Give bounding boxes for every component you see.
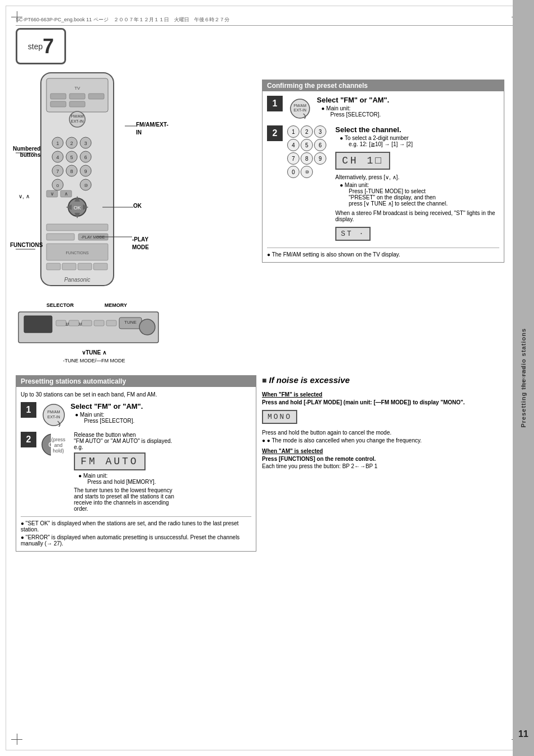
presetting-step1: 1 FM/AM EXT-IN Select "FM" or "AM". Main…	[21, 402, 251, 427]
step1-bullet1: Main unit:	[75, 412, 251, 418]
svg-rect-65	[94, 320, 104, 326]
numpad-3: 3	[314, 125, 326, 138]
svg-text:FM/AM: FM/AM	[47, 410, 60, 414]
svg-text:EXT-IN: EXT-IN	[47, 415, 60, 419]
svg-text:OK: OK	[73, 205, 81, 211]
svg-text:-PLAY MODE: -PLAY MODE	[81, 235, 105, 239]
step-number: 7	[43, 35, 54, 58]
conf-alt: Alternatively, press [∨, ∧].	[335, 174, 499, 180]
noise-title: If noise is excessive	[269, 375, 349, 385]
numpad-9: 9	[314, 152, 326, 165]
noise-mono-lcd: MONO	[262, 408, 504, 426]
presetting-divider	[21, 516, 251, 517]
svg-rect-64	[82, 320, 92, 326]
conf-divider	[267, 248, 499, 248]
conf-st-display: ST ·	[335, 227, 371, 241]
numbered-label-line1: Numbered	[13, 146, 40, 152]
page-code: RQTX0094	[521, 367, 526, 389]
conf-step1-title: Select "FM" or "AM".	[317, 96, 499, 104]
conf-step2-b2: Main unit:	[340, 182, 499, 188]
note1-text: "SET OK" is displayed when the stations …	[21, 520, 238, 533]
unit-svg: Panasonic TUNE	[16, 309, 161, 346]
svg-rect-6	[50, 101, 66, 107]
confirming-step2: 2 1 2 3 4 5 6 7 8 9	[267, 125, 499, 243]
svg-text:FUNCTIONS: FUNCTIONS	[66, 251, 89, 255]
conf-lcd-area: CH 1□	[335, 150, 499, 172]
label-ok: OK	[133, 202, 142, 209]
noise-title-row: ■ If noise is excessive	[262, 375, 504, 388]
label-numbered-buttons: Numbered buttons	[13, 146, 40, 158]
conf-step2-badge: 2	[267, 125, 283, 141]
noise-am-detail: Each time you press the button: BP 2←→BP…	[262, 463, 504, 469]
remote-area: TV FM/AM EXT-IN 1 2 3 4 5 6 7	[16, 70, 161, 305]
tune-label: ∨TUNE ∧	[82, 349, 106, 356]
presetting-note2: ● "ERROR" is displayed when automatic pr…	[21, 534, 251, 547]
step-badge-circle: step 7	[16, 28, 66, 64]
svg-text:TV: TV	[74, 86, 81, 91]
note2-text: "ERROR" is displayed when automatic pres…	[21, 534, 240, 547]
presetting-step2: 2 OK (press and hold) Release the button…	[21, 432, 251, 512]
svg-rect-50	[62, 263, 76, 270]
confirming-box: Confirming the preset channels 1 FM/AM E…	[262, 80, 504, 263]
noise-note2-bullet: ●	[262, 437, 267, 444]
numpad-10: ⑩	[301, 166, 313, 178]
svg-rect-4	[69, 94, 85, 99]
svg-text:2: 2	[70, 141, 73, 146]
unit-top-labels: SELECTOR MEMORY	[46, 302, 172, 308]
conf-step2-b2-d3: press [∨ TUNE ∧] to select the channel.	[349, 200, 499, 207]
svg-rect-63	[69, 320, 79, 326]
numpad-0: 0	[287, 166, 299, 178]
conf-stereo-note: When a stereo FM broadcast is being rece…	[335, 210, 499, 222]
numpad-2: 2	[301, 125, 313, 138]
step2-extra3: receive into the channels in ascending	[74, 500, 174, 506]
ok-label: OK	[133, 203, 142, 209]
remote-svg: TV FM/AM EXT-IN 1 2 3 4 5 6 7	[27, 70, 128, 294]
svg-text:∨: ∨	[50, 191, 54, 197]
conf-step2-title: Select the channel.	[335, 125, 499, 134]
page-number: 11	[518, 729, 528, 739]
numpad-5: 5	[301, 139, 313, 151]
confirming-step1: 1 FM/AM EXT-IN Select "FM" or "AM". Main…	[267, 96, 499, 121]
label-functions: FUNCTIONS	[10, 241, 43, 249]
svg-rect-61	[24, 316, 52, 333]
noise-square-icon: ■	[262, 376, 266, 385]
presetting-note1: ● "SET OK" is displayed when the station…	[21, 520, 251, 533]
svg-text:EXT-IN: EXT-IN	[293, 108, 306, 112]
presetting-content: Up to 30 stations can be set in each ban…	[16, 387, 256, 551]
svg-text:0: 0	[57, 183, 59, 188]
conf-step2-desc: Select the channel. To select a 2-digit …	[335, 125, 499, 243]
conf-step1-icon: FM/AM EXT-IN	[287, 96, 312, 121]
numbered-label-line2: buttons	[13, 152, 40, 158]
noise-mono-display: MONO	[262, 410, 297, 424]
noise-box: ■ If noise is excessive When "FM" is sel…	[262, 375, 504, 469]
conf-step1-badge: 1	[267, 96, 283, 111]
fm-am-icon: FM/AM EXT-IN	[42, 403, 65, 427]
unit-area: SELECTOR MEMORY Panasonic TUNE ∨TUNE ∧	[16, 302, 172, 364]
svg-text:3: 3	[84, 141, 87, 146]
conf-fm-note: ● The FM/AM setting is also shown on the…	[267, 251, 499, 258]
noise-fm-when: When "FM" is selected	[262, 391, 504, 398]
step2-bullet1-detail: Press and hold [MEMORY].	[87, 479, 174, 485]
numpad-8: 8	[301, 152, 313, 165]
svg-text:6: 6	[84, 155, 87, 160]
conf-step2-b1-detail: e.g. 12: [≧10] → [1] → [2]	[349, 141, 499, 147]
confirming-header: Confirming the preset channels	[263, 80, 504, 91]
svg-rect-51	[78, 263, 92, 270]
noise-am-body: Press [FUNCTIONS] on the remote control.	[262, 456, 504, 462]
svg-text:⑩: ⑩	[84, 183, 88, 188]
step2-bullet1: Main unit:	[78, 473, 174, 479]
svg-point-69	[139, 319, 155, 335]
step2-badge: 2	[21, 432, 36, 447]
presetting-intro: Up to 30 stations can be set in each ban…	[21, 391, 251, 398]
step2-icon: OK (press and hold)	[41, 432, 66, 457]
right-sidebar: Presetting the radio stations 11 RQTX009…	[513, 0, 534, 756]
svg-text:FM/AM: FM/AM	[71, 114, 84, 118]
tune-label-area: ∨TUNE ∧ -TUNE MODE/—FM MODE	[16, 348, 172, 364]
memory-label: MEMORY	[105, 302, 127, 308]
noise-fm-note2: ● ● The mode is also cancelled when you …	[262, 437, 504, 444]
step2-desc3: e.g.	[74, 444, 174, 450]
header-bar: SC-PT660-663P-PC_eng.book 11 ページ ２００７年１２…	[16, 16, 518, 26]
label-playmode: -PLAY MODE	[132, 235, 161, 251]
selector-label: SELECTOR	[46, 302, 74, 308]
svg-rect-62	[56, 320, 66, 326]
